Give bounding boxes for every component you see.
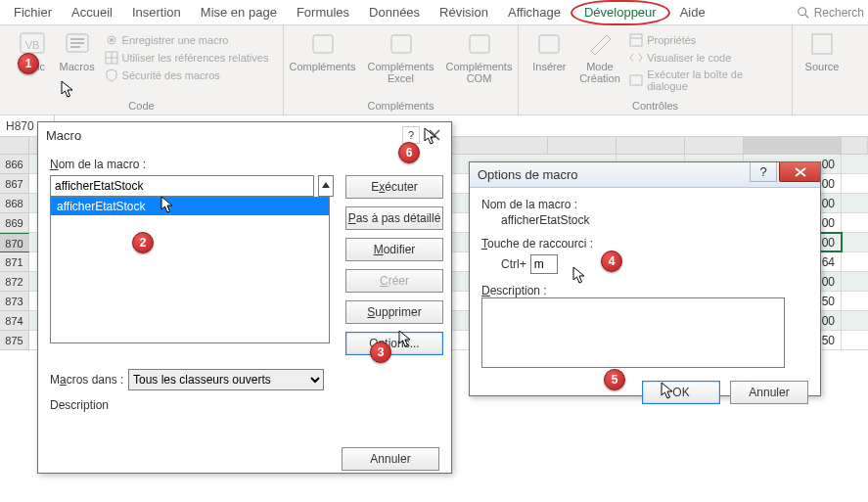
design-mode-icon [585,29,615,59]
callout-1: 1 [18,53,39,74]
callout-6: 6 [398,142,420,163]
macro-name-input[interactable] [50,175,314,197]
col-header-8[interactable] [617,137,685,154]
row-header[interactable]: 874 [0,311,29,331]
svg-line-1 [804,14,808,18]
row-header[interactable]: 871 [0,252,29,272]
tab-donnees[interactable]: Données [359,0,430,25]
macro-security-button[interactable]: Sécurité des macros [105,67,269,84]
cursor-icon [572,266,590,286]
svg-rect-7 [70,46,80,48]
macro-options-dialog: Options de macro ? Nom de la macro : aff… [469,161,821,396]
macros-button[interactable]: Macros [56,29,99,72]
edit-button[interactable]: Modifier [345,238,443,261]
row-header[interactable]: 872 [0,272,29,292]
create-button: Créer [345,269,443,293]
svg-text:VB: VB [24,39,39,51]
run-dialog-button[interactable]: Exécuter la boîte de dialogue [629,67,782,94]
svg-point-9 [110,38,114,42]
callout-5: 5 [604,369,625,390]
cancel-button[interactable]: Annuler [342,447,439,471]
com-addins-button[interactable]: Compléments COM [443,29,516,84]
tab-accueil[interactable]: Accueil [62,0,122,25]
cursor-icon [424,127,441,147]
ctrl-label: Ctrl+ [501,257,526,271]
description-textarea[interactable] [481,297,785,368]
options-close-button[interactable] [779,162,820,182]
group-label-addins: Compléments [368,98,434,114]
options-help-button[interactable]: ? [750,162,777,182]
description-label: Description [50,398,439,412]
tab-aide[interactable]: Aide [670,0,715,25]
row-header[interactable]: 875 [0,331,29,350]
row-header[interactable]: 873 [0,292,29,311]
row-header[interactable]: 869 [0,213,29,233]
design-mode-button[interactable]: Mode Création [576,29,624,84]
relative-refs-button[interactable]: Utiliser les références relatives [105,49,269,67]
macros-icon [63,29,92,59]
macro-listbox[interactable]: afficherEtatStock [50,197,330,343]
shield-icon [105,68,118,82]
options-button[interactable]: Options... [345,332,443,355]
row-header[interactable]: 866 [0,155,29,174]
macros-in-select[interactable]: Tous les classeurs ouverts [128,369,324,390]
ribbon-group-addins: Compléments Compléments Excel Complément… [284,25,519,114]
col-header-10[interactable] [744,137,842,154]
cursor-icon [61,80,78,100]
tab-insertion[interactable]: Insertion [122,0,191,25]
macro-dialog-title: Macro ? [38,122,451,148]
properties-button[interactable]: Propriétés [629,31,782,49]
col-header-9[interactable] [685,137,744,154]
dialog-icon [629,73,643,87]
excel-addins-icon [387,29,416,59]
step-button[interactable]: Pas à pas détaillé [345,206,443,230]
options-macro-name: afficherEtatStock [481,213,808,227]
row-header[interactable]: 867 [0,174,29,194]
puzzle-icon [308,29,338,59]
tab-mise-en-page[interactable]: Mise en page [191,0,287,25]
tab-revision[interactable]: Révision [430,0,498,25]
ribbon-group-controls: Insérer Mode Création Propriétés Visuali… [519,25,793,114]
ribbon-tabs: Fichier Accueil Insertion Mise en page F… [0,0,868,25]
shortcut-label: Touche de raccourci : [481,237,808,251]
excel-addins-button[interactable]: Compléments Excel [365,29,437,84]
collapse-icon[interactable] [318,175,334,197]
record-macro-button[interactable]: Enregistrer une macro [105,31,269,49]
tab-formules[interactable]: Formules [287,0,359,25]
col-header-7[interactable] [548,137,617,154]
group-label-code: Code [128,98,154,114]
row-header[interactable]: 868 [0,194,29,213]
run-button[interactable]: Exécuter [345,175,443,199]
svg-rect-6 [70,42,84,44]
record-icon [105,33,118,47]
tab-affichage[interactable]: Affichage [498,0,571,25]
svg-rect-14 [391,35,411,53]
xml-source-button[interactable]: Source [800,29,844,72]
ribbon-group-code: VB Basic Macros Enregistrer une macro Ut… [0,25,284,114]
addins-button[interactable]: Compléments [287,29,359,72]
tab-developpeur[interactable]: Développeur [571,0,670,25]
search-icon [797,6,810,20]
cursor-icon [661,382,678,401]
ok-button[interactable]: OK [642,381,720,404]
cursor-icon [160,196,178,215]
svg-rect-13 [313,35,333,53]
search-hint[interactable]: Recherch [814,6,864,20]
code-icon [629,51,643,65]
row-header[interactable]: 870 [0,233,29,252]
ribbon: VB Basic Macros Enregistrer une macro Ut… [0,25,868,115]
macro-list-item[interactable]: afficherEtatStock [51,198,329,215]
macros-in-label: Macros dans : [50,373,128,387]
cursor-icon [398,330,416,349]
xml-icon [807,29,837,59]
shortcut-key-input[interactable] [530,254,558,274]
svg-point-0 [798,7,805,15]
view-code-button[interactable]: Visualiser le code [629,49,782,67]
options-desc-label: Description : [481,284,808,297]
select-all-corner[interactable] [0,137,29,154]
tab-fichier[interactable]: Fichier [4,0,62,25]
insert-control-button[interactable]: Insérer [528,29,571,72]
options-cancel-button[interactable]: Annuler [730,381,808,404]
delete-button[interactable]: Supprimer [345,300,443,324]
svg-rect-16 [539,35,559,53]
